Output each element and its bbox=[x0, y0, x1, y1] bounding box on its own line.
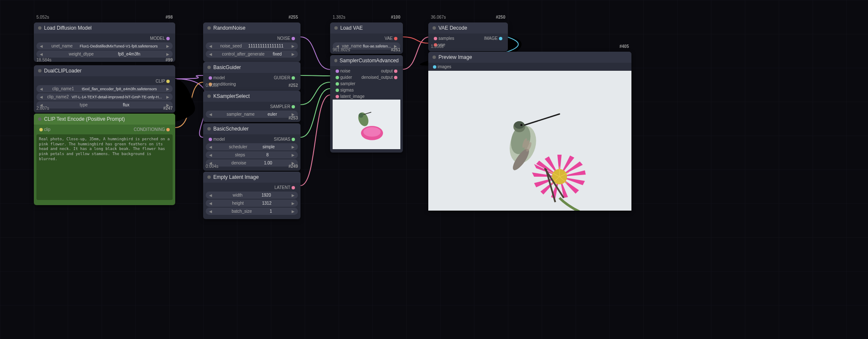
input-port-noise[interactable] bbox=[336, 69, 339, 73]
node-title[interactable]: SamplerCustomAdvanced bbox=[330, 55, 403, 66]
output-port-noise[interactable] bbox=[292, 37, 295, 40]
node-ksampler-select[interactable]: 0.005s #252 KSamplerSelect SAMPLER ◀samp… bbox=[203, 91, 300, 122]
widget-scheduler[interactable]: ◀schedulersimple▶ bbox=[206, 143, 298, 150]
widget-height[interactable]: ◀height1312▶ bbox=[206, 200, 298, 207]
output-port-model[interactable] bbox=[166, 37, 170, 40]
output-port-guider[interactable] bbox=[292, 76, 295, 80]
node-id-badge: #250 bbox=[496, 15, 505, 19]
node-id-badge: #405 bbox=[620, 44, 629, 49]
node-id-badge: #99 bbox=[165, 58, 173, 62]
prompt-textarea[interactable]: Real photo, Close-up, 35mm, A hummingbir… bbox=[36, 134, 173, 200]
widget-batch-size[interactable]: ◀batch_size1▶ bbox=[206, 208, 298, 215]
node-time: 961.802s bbox=[333, 47, 350, 52]
widget-width[interactable]: ◀width1920▶ bbox=[206, 192, 298, 199]
input-port-sigmas[interactable] bbox=[336, 89, 339, 92]
node-empty-latent-image[interactable]: 0.004s #249 Empty Latent Image LATENT ◀w… bbox=[203, 172, 300, 219]
svg-point-17 bbox=[521, 124, 523, 126]
output-label: CLIP bbox=[156, 79, 165, 83]
node-time: 0.005s bbox=[206, 83, 218, 88]
node-id-badge: #100 bbox=[391, 15, 400, 19]
node-load-diffusion-model[interactable]: 5.052s #98 Load Diffusion Model MODEL ◀u… bbox=[34, 22, 175, 62]
node-preview-image[interactable]: 1.356s #405 Preview Image images bbox=[428, 52, 631, 211]
node-id-badge: #98 bbox=[165, 15, 173, 19]
svg-point-2 bbox=[364, 127, 381, 136]
node-title[interactable]: Preview Image bbox=[428, 52, 631, 63]
node-time: 0.004s bbox=[206, 164, 218, 169]
node-clip-text-encode[interactable]: 2.807s #247 CLIP Text Encode (Positive P… bbox=[34, 114, 175, 205]
node-title[interactable]: Load Diffusion Model bbox=[34, 22, 175, 33]
input-port-model[interactable] bbox=[209, 76, 212, 80]
node-random-noise[interactable]: #255 RandomNoise NOISE ◀noise_seed111111… bbox=[203, 22, 300, 62]
node-sampler-custom-advanced[interactable]: 961.802s #251 SamplerCustomAdvanced nois… bbox=[330, 55, 403, 153]
input-port-samples[interactable] bbox=[434, 37, 437, 40]
node-time: 2.807s bbox=[36, 106, 49, 111]
widget-unet-name[interactable]: ◀unet_nameFlux1-DedistilledMixTuned-V1-f… bbox=[36, 42, 173, 50]
input-port-latent-image[interactable] bbox=[336, 95, 339, 98]
node-id-badge: #251 bbox=[391, 47, 400, 52]
widget-clip-name2[interactable]: ◀clip_name2ViT-L-14-TEXT-detail-improved… bbox=[36, 93, 173, 100]
node-time: 1.356s bbox=[431, 44, 444, 49]
chevron-left-icon: ◀ bbox=[40, 44, 43, 48]
node-title[interactable]: RandomNoise bbox=[203, 22, 300, 33]
node-title[interactable]: Load VAE bbox=[330, 22, 403, 33]
output-port-latent[interactable] bbox=[292, 186, 295, 189]
output-label: NOISE bbox=[277, 36, 290, 41]
preview-output-image bbox=[428, 71, 631, 211]
node-title[interactable]: BasicGuider bbox=[203, 62, 300, 73]
input-port-sampler[interactable] bbox=[336, 82, 339, 86]
output-label: CONDITIONING bbox=[134, 127, 165, 132]
input-label: clip bbox=[44, 127, 50, 132]
chevron-right-icon: ▶ bbox=[166, 44, 169, 48]
output-port-vae[interactable] bbox=[394, 37, 397, 40]
output-port-image[interactable] bbox=[499, 37, 502, 40]
node-time: 1.382s bbox=[333, 15, 345, 19]
preview-thumbnail bbox=[333, 100, 400, 149]
input-port-guider[interactable] bbox=[336, 76, 339, 79]
node-time: 36.067s bbox=[431, 15, 446, 19]
widget-noise-seed[interactable]: ◀noise_seed111111111111111▶ bbox=[206, 42, 298, 50]
input-port-clip[interactable] bbox=[39, 128, 43, 131]
output-port-denoised[interactable] bbox=[394, 76, 397, 79]
node-id-badge: #247 bbox=[163, 106, 173, 111]
widget-sampler-name[interactable]: ◀sampler_nameeuler▶ bbox=[206, 111, 298, 118]
node-title[interactable]: Empty Latent Image bbox=[203, 172, 300, 183]
node-time: 18.584s bbox=[36, 58, 52, 62]
node-id-badge: #255 bbox=[289, 15, 298, 19]
node-title[interactable]: VAE Decode bbox=[428, 22, 508, 33]
chevron-left-icon: ◀ bbox=[40, 52, 43, 56]
widget-steps[interactable]: ◀steps8▶ bbox=[206, 151, 298, 158]
output-port-conditioning[interactable] bbox=[166, 128, 170, 131]
output-port-sampler[interactable] bbox=[292, 105, 295, 108]
input-port-model[interactable] bbox=[209, 138, 212, 141]
node-title[interactable]: CLIP Text Encode (Positive Prompt) bbox=[34, 114, 175, 125]
node-title[interactable]: BasicScheduler bbox=[203, 123, 300, 134]
node-title[interactable]: DualCLIPLoader bbox=[34, 65, 175, 76]
svg-point-4 bbox=[358, 113, 363, 118]
node-id-badge: #249 bbox=[289, 164, 298, 169]
node-time: 5.052s bbox=[36, 15, 49, 19]
widget-type[interactable]: ◀typeflux▶ bbox=[36, 101, 173, 108]
widget-weight-dtype[interactable]: ◀weight_dtypefp8_e4m3fn▶ bbox=[36, 50, 173, 58]
node-title[interactable]: KSamplerSelect bbox=[203, 91, 300, 102]
widget-denoise[interactable]: ◀denoise1.00▶ bbox=[206, 159, 298, 167]
node-id-badge: #253 bbox=[289, 116, 298, 120]
node-id-badge: #252 bbox=[289, 83, 298, 88]
input-port-images[interactable] bbox=[433, 65, 436, 69]
widget-clip-name1[interactable]: ◀clip_name1t5xxl_flan_encoder_fp8_e4m3fn… bbox=[36, 85, 173, 92]
output-port-output[interactable] bbox=[394, 69, 397, 73]
output-port-sigmas[interactable] bbox=[292, 138, 295, 141]
output-label: MODEL bbox=[150, 36, 165, 41]
node-dual-clip-loader[interactable]: 18.584s #99 DualCLIPLoader CLIP ◀clip_na… bbox=[34, 65, 175, 113]
svg-point-16 bbox=[514, 121, 524, 129]
chevron-right-icon: ▶ bbox=[166, 52, 169, 56]
output-port-clip[interactable] bbox=[166, 80, 170, 83]
widget-control-after-generate[interactable]: ◀control_after_generatefixed▶ bbox=[206, 50, 298, 58]
